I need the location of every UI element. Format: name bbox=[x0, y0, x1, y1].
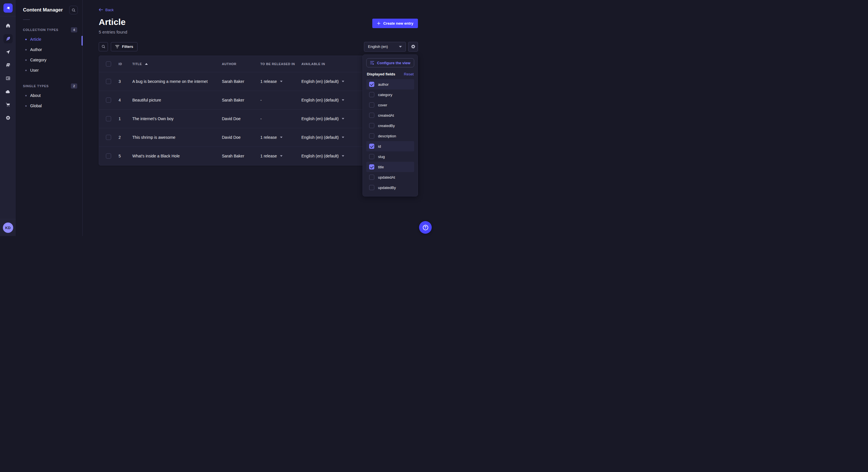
row-checkbox[interactable] bbox=[106, 154, 111, 159]
subnav-item-label: Article bbox=[30, 37, 41, 42]
field-label: title bbox=[378, 165, 384, 169]
configure-the-view-button[interactable]: Configure the view bbox=[366, 58, 414, 67]
cell-release[interactable]: - bbox=[260, 98, 301, 102]
create-new-entry-button[interactable]: Create new entry bbox=[372, 19, 418, 28]
subnav-search-button[interactable] bbox=[69, 6, 78, 14]
cell-id: 2 bbox=[119, 135, 132, 140]
subnav-item-article[interactable]: Article bbox=[16, 34, 82, 44]
content-manager-subnav: Content Manager COLLECTION TYPES 4 Artic… bbox=[16, 0, 83, 236]
bullet-icon bbox=[25, 49, 27, 50]
field-label: category bbox=[378, 93, 392, 97]
subnav-item-global[interactable]: Global bbox=[16, 101, 82, 111]
subnav-item-label: User bbox=[30, 68, 39, 72]
home-icon[interactable] bbox=[3, 21, 12, 30]
field-label: createdAt bbox=[378, 113, 394, 117]
search-icon bbox=[101, 44, 105, 49]
media-library-icon[interactable] bbox=[3, 61, 12, 70]
field-toggle-description[interactable]: description bbox=[366, 131, 414, 141]
column-header-author[interactable]: AUTHOR bbox=[222, 62, 260, 66]
nav-divider bbox=[0, 16, 16, 16]
field-checkbox[interactable] bbox=[369, 175, 374, 180]
field-checkbox[interactable] bbox=[369, 144, 374, 149]
field-checkbox[interactable] bbox=[369, 164, 374, 169]
field-checkbox[interactable] bbox=[369, 113, 374, 118]
view-settings-popover: Configure the view Displayed fields Rese… bbox=[363, 55, 418, 196]
field-checkbox[interactable] bbox=[369, 102, 374, 107]
field-label: createdBy bbox=[378, 124, 395, 128]
cell-release[interactable]: 1 release bbox=[260, 135, 301, 140]
entries-count: 5 entries found bbox=[99, 30, 127, 34]
reset-link[interactable]: Reset bbox=[404, 72, 414, 76]
column-header-to-be-released-in[interactable]: TO BE RELEASED IN bbox=[260, 62, 301, 66]
cell-title: Beautiful picture bbox=[132, 98, 222, 102]
user-avatar[interactable]: KD bbox=[3, 223, 13, 233]
field-checkbox[interactable] bbox=[369, 185, 374, 190]
create-button-label: Create new entry bbox=[383, 21, 413, 26]
chevron-down-icon bbox=[342, 80, 344, 82]
cell-release[interactable]: 1 release bbox=[260, 79, 301, 84]
row-checkbox[interactable] bbox=[106, 135, 111, 140]
filters-button[interactable]: Filters bbox=[111, 42, 137, 51]
field-toggle-createdBy[interactable]: createdBy bbox=[366, 121, 414, 131]
back-link[interactable]: Back bbox=[99, 8, 114, 12]
select-all-checkbox[interactable] bbox=[106, 61, 111, 67]
column-header-id[interactable]: ID bbox=[119, 62, 132, 66]
cell-release[interactable]: - bbox=[260, 116, 301, 121]
field-checkbox[interactable] bbox=[369, 123, 374, 128]
field-toggle-cover[interactable]: cover bbox=[366, 100, 414, 110]
chevron-down-icon bbox=[342, 99, 344, 101]
locale-value: English (en) bbox=[368, 44, 388, 49]
subnav-item-label: Author bbox=[30, 47, 42, 52]
row-checkbox[interactable] bbox=[106, 116, 111, 121]
chevron-down-icon bbox=[342, 155, 344, 157]
subnav-item-category[interactable]: Category bbox=[16, 55, 82, 65]
cell-id: 1 bbox=[119, 116, 132, 121]
bullet-icon bbox=[25, 59, 27, 61]
collection-types-count-badge: 4 bbox=[71, 27, 77, 32]
subnav-item-author[interactable]: Author bbox=[16, 44, 82, 55]
row-checkbox[interactable] bbox=[106, 98, 111, 103]
bullet-icon bbox=[25, 39, 27, 40]
strapi-logo[interactable] bbox=[3, 3, 12, 12]
chevron-down-icon bbox=[342, 136, 344, 138]
deploy-cloud-icon[interactable] bbox=[3, 87, 12, 96]
marketplace-cart-icon[interactable] bbox=[3, 100, 12, 109]
locale-select[interactable]: English (en) bbox=[364, 42, 406, 52]
column-header-title[interactable]: TITLE bbox=[132, 62, 222, 66]
field-checkbox[interactable] bbox=[369, 82, 374, 87]
field-checkbox[interactable] bbox=[369, 154, 374, 159]
field-toggle-id[interactable]: id bbox=[366, 141, 414, 151]
field-checkbox[interactable] bbox=[369, 92, 374, 97]
content-type-builder-icon[interactable] bbox=[3, 74, 12, 83]
field-toggle-createdAt[interactable]: createdAt bbox=[366, 110, 414, 121]
field-toggle-slug[interactable]: slug bbox=[366, 151, 414, 162]
field-toggle-title[interactable]: title bbox=[366, 162, 414, 172]
cell-author: Sarah Baker bbox=[222, 154, 260, 158]
cell-release[interactable]: 1 release bbox=[260, 154, 301, 158]
field-label: updatedAt bbox=[378, 175, 395, 179]
displayed-fields-title: Displayed fields bbox=[367, 72, 395, 76]
releases-icon[interactable] bbox=[3, 47, 12, 57]
strapi-logo-icon bbox=[5, 5, 11, 11]
content-manager-icon[interactable] bbox=[3, 34, 12, 43]
search-icon bbox=[71, 8, 76, 12]
configure-view-icon bbox=[370, 61, 374, 65]
cell-title: The internet's Own boy bbox=[132, 116, 222, 121]
collection-types-section: COLLECTION TYPES 4 Article Author Catego… bbox=[16, 26, 82, 75]
field-checkbox[interactable] bbox=[369, 133, 374, 138]
field-toggle-category[interactable]: category bbox=[366, 90, 414, 100]
subnav-item-about[interactable]: About bbox=[16, 90, 82, 101]
settings-gear-icon[interactable] bbox=[3, 113, 12, 123]
field-toggle-updatedAt[interactable]: updatedAt bbox=[366, 172, 414, 182]
field-toggle-author[interactable]: author bbox=[366, 79, 414, 90]
sort-asc-icon bbox=[145, 63, 148, 65]
subnav-item-user[interactable]: User bbox=[16, 65, 82, 75]
field-toggle-updatedBy[interactable]: updatedBy bbox=[366, 182, 414, 193]
bullet-icon bbox=[25, 95, 27, 96]
row-checkbox[interactable] bbox=[106, 79, 111, 84]
back-label: Back bbox=[105, 8, 114, 12]
search-button[interactable] bbox=[99, 42, 108, 51]
field-label: id bbox=[378, 144, 381, 148]
view-settings-button[interactable] bbox=[408, 42, 418, 52]
help-button[interactable]: ? bbox=[419, 221, 432, 234]
